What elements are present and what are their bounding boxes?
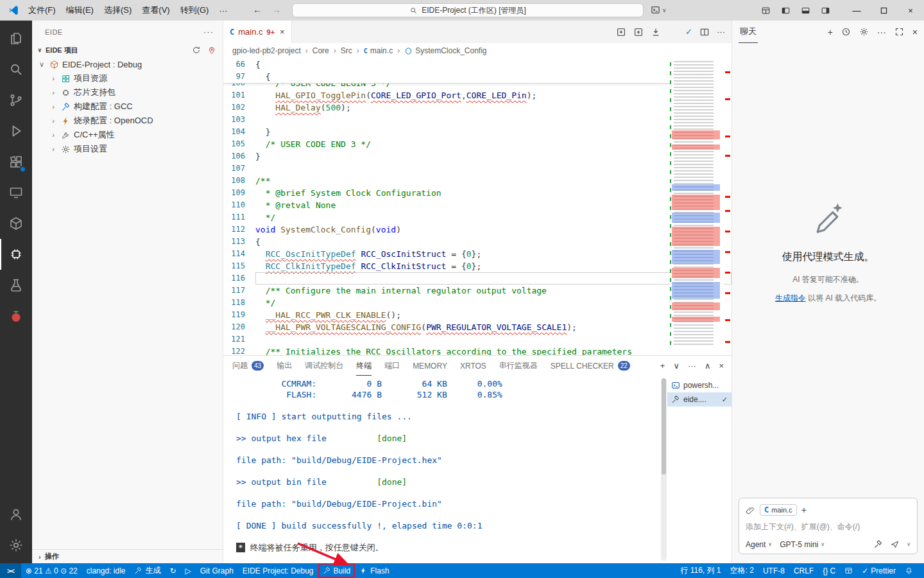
verify-icon[interactable]: ✓ <box>685 27 692 37</box>
status-git-graph[interactable]: Git Graph <box>196 563 238 578</box>
code-line[interactable]: 101 HAL_GPIO_TogglePin(CORE_LED_GPIO_Por… <box>223 89 732 101</box>
terminal-output[interactable]: CCMRAM: 0 B 64 KB 0.00% FLASH: 4476 B 51… <box>223 376 667 563</box>
breadcrumb-item[interactable]: Cmain.c <box>364 46 393 55</box>
breadcrumb-item[interactable]: Core <box>312 46 329 55</box>
tree-item[interactable]: ›构建配置 : GCC <box>32 100 223 114</box>
code-line[interactable]: 116 <box>223 272 732 285</box>
code-line[interactable]: 118 */ <box>223 297 732 309</box>
code-line[interactable]: 110 * @retval None <box>223 199 732 211</box>
code-editor[interactable]: 100 /* USER CODE BEGIN 3 */101 HAL_GPIO_… <box>223 58 732 355</box>
activity-testing[interactable] <box>0 270 32 301</box>
activity-accounts[interactable] <box>0 499 32 530</box>
maximize-button[interactable] <box>870 0 897 21</box>
tree-item[interactable]: ›项目设置 <box>32 142 223 156</box>
panel-more-icon[interactable]: ··· <box>688 361 696 371</box>
status-notifications[interactable] <box>900 563 918 578</box>
split-editor-icon[interactable] <box>699 27 710 37</box>
status-layout[interactable] <box>840 563 857 578</box>
activity-containers[interactable] <box>0 208 32 239</box>
panel-tab-输出[interactable]: 输出 <box>277 356 292 376</box>
code-line[interactable]: 112void SystemClock_Config(void) <box>223 223 732 236</box>
panel-tab-XRTOS[interactable]: XRTOS <box>460 356 486 376</box>
toggle-panel-icon[interactable] <box>797 0 814 21</box>
panel-tab-终端[interactable]: 终端 <box>356 356 372 376</box>
maximize-panel-icon[interactable]: ∧ <box>705 361 711 371</box>
send-options-chevron[interactable]: ∨ <box>907 541 911 547</box>
actions-section-header[interactable]: › 操作 <box>32 549 223 563</box>
code-line[interactable]: 119 __HAL_RCC_PWR_CLK_ENABLE(); <box>223 309 732 321</box>
chat-input[interactable]: C main.c + 添加上下文(#)、扩展(@)、命令(/) Agent∨ G… <box>739 498 918 554</box>
minimize-button[interactable]: — <box>843 0 870 21</box>
status-prettier[interactable]: ✓Prettier <box>857 563 900 578</box>
download-icon[interactable] <box>651 27 661 37</box>
panel-tab-SPELL CHECKER[interactable]: SPELL CHECKER22 <box>551 356 630 376</box>
code-line[interactable]: 105 /* USER CODE END 3 */ <box>223 138 732 150</box>
agent-mode-dropdown[interactable]: Agent∨ <box>746 540 772 549</box>
model-dropdown[interactable]: GPT-5 mini∨ <box>780 540 825 549</box>
code-line[interactable]: 114 RCC_OscInitTypeDef RCC_OscInitStruct… <box>223 248 732 260</box>
toggle-secondary-sidebar-icon[interactable] <box>817 0 834 21</box>
eide-build-icon[interactable] <box>616 27 626 37</box>
status-clangd-status[interactable]: clangd: idle <box>82 563 130 578</box>
menu-overflow-icon[interactable]: ··· <box>214 3 232 18</box>
code-line[interactable]: 109 * @brief System Clock Configuration <box>223 187 732 199</box>
context-chip[interactable]: C main.c <box>760 504 797 516</box>
launch-profile-button[interactable]: ∨ <box>651 5 667 15</box>
tree-item[interactable]: ›C/C++属性 <box>32 128 223 142</box>
tab-close-icon[interactable]: × <box>280 27 285 37</box>
activity-eide[interactable] <box>0 239 32 270</box>
breadcrumb-item[interactable]: gpio-led-pb2-project <box>232 46 301 55</box>
terminal-profile-chevron[interactable]: ∨ <box>673 361 680 371</box>
panel-tab-端口[interactable]: 端口 <box>384 356 400 376</box>
activity-source-control[interactable] <box>0 85 32 116</box>
send-icon[interactable] <box>890 539 900 549</box>
sidebar-more-icon[interactable]: ··· <box>203 27 214 37</box>
status-remote-indicator[interactable]: >< <box>0 563 21 578</box>
status-language-mode[interactable]: {} C <box>818 563 840 578</box>
activity-explorer[interactable] <box>0 23 32 54</box>
activity-settings[interactable] <box>0 530 32 561</box>
search-box[interactable]: EIDE-Project (工作区) [管理员] <box>292 3 644 17</box>
activity-extensions[interactable] <box>0 146 32 177</box>
code-line[interactable]: 97 { <box>223 71 670 83</box>
code-line[interactable]: 113{ <box>223 236 732 248</box>
terminal-scrollbar[interactable] <box>661 378 667 561</box>
code-line[interactable]: 117 /** Configure the main internal regu… <box>223 285 732 297</box>
status-eide-project-mode[interactable]: EIDE Project: Debug <box>238 563 318 578</box>
new-terminal-icon[interactable]: + <box>660 361 665 371</box>
menu-item[interactable]: 编辑(E) <box>61 2 99 19</box>
activity-run-and-debug[interactable] <box>0 116 32 146</box>
activity-search[interactable] <box>0 54 32 85</box>
history-icon[interactable] <box>841 27 851 37</box>
add-context-icon[interactable]: + <box>801 505 807 515</box>
code-line[interactable]: 107 <box>223 162 732 175</box>
status-cursor-position[interactable]: 行 116, 列 1 <box>676 563 725 578</box>
status-task-run[interactable]: ▷ <box>181 563 196 578</box>
toggle-sidebar-icon[interactable] <box>777 0 794 21</box>
chat-settings-icon[interactable] <box>859 27 869 37</box>
status-problems[interactable]: ⊗ 21 ⚠ 0 ⊙ 22 <box>21 563 82 578</box>
code-line[interactable]: 120 __HAL_PWR_VOLTAGESCALING_CONFIG(PWR_… <box>223 321 732 333</box>
tools-icon[interactable] <box>873 539 883 549</box>
forward-button[interactable]: → <box>272 4 281 15</box>
tree-item[interactable]: ›项目资源 <box>32 71 223 85</box>
code-line[interactable]: 108/** <box>223 175 732 187</box>
menu-item[interactable]: 选择(S) <box>99 2 137 19</box>
breadcrumb-item[interactable]: Src <box>341 46 352 55</box>
chat-more-icon[interactable]: ··· <box>877 27 886 37</box>
code-line[interactable]: 102 HAL_Delay(500); <box>223 101 732 114</box>
tree-item[interactable]: ›烧录配置 : OpenOCD <box>32 114 223 128</box>
eide-upload-icon[interactable] <box>633 27 644 37</box>
minimap[interactable] <box>670 58 724 355</box>
panel-tab-调试控制台[interactable]: 调试控制台 <box>305 356 343 376</box>
menu-item[interactable]: 转到(G) <box>175 2 214 19</box>
new-chat-icon[interactable]: + <box>828 27 833 37</box>
terminal-list-item[interactable]: eide....✓ <box>667 392 732 407</box>
tab-main-c[interactable]: C main.c 9+ × <box>223 21 292 43</box>
run-file-icon[interactable] <box>668 27 678 37</box>
code-line[interactable]: 104 } <box>223 126 732 138</box>
tree-item[interactable]: ∨EIDE-Project : Debug <box>32 57 223 71</box>
code-line[interactable]: 122 /** Initializes the RCC Oscillators … <box>223 346 732 355</box>
panel-tab-串行监视器[interactable]: 串行监视器 <box>499 356 538 376</box>
attach-icon[interactable] <box>746 505 755 515</box>
